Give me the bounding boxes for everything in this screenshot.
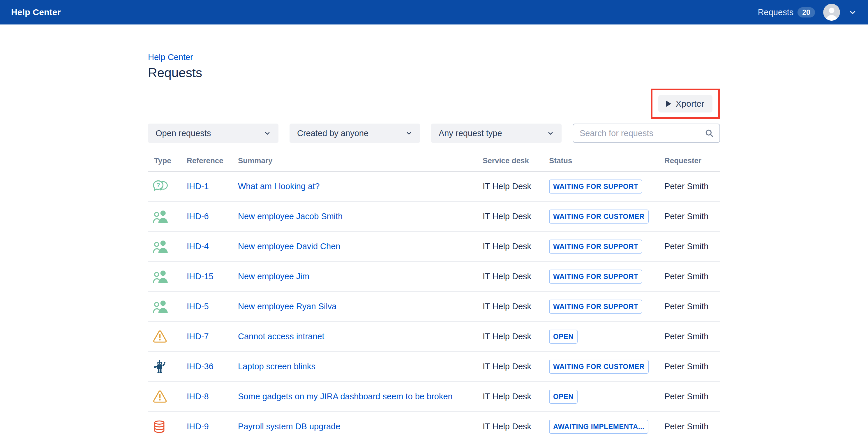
summary-link[interactable]: Cannot access intranet bbox=[238, 332, 324, 341]
summary-link[interactable]: New employee Ryan Silva bbox=[238, 302, 336, 311]
table-row: IHD-4 New employee David Chen IT Help De… bbox=[148, 232, 720, 262]
xporter-row: Xporter bbox=[148, 89, 720, 119]
topbar-right: Requests 20 bbox=[758, 4, 857, 21]
status-badge: WAITING FOR SUPPORT bbox=[549, 239, 642, 254]
new-employee-icon bbox=[153, 239, 168, 254]
user-avatar[interactable] bbox=[823, 4, 840, 21]
status-badge: AWAITING IMPLEMENTA... bbox=[549, 420, 648, 434]
red-annotation-box: Xporter bbox=[651, 89, 720, 119]
new-employee-icon bbox=[153, 209, 168, 224]
requester-cell: Peter Smith bbox=[664, 242, 720, 251]
request-type-filter-dropdown[interactable]: Any request type bbox=[431, 123, 562, 143]
col-header-requester: Requester bbox=[664, 156, 720, 165]
status-filter-label: Open requests bbox=[156, 128, 211, 138]
chevron-down-icon bbox=[264, 130, 271, 137]
service-desk-cell: IT Help Desk bbox=[483, 242, 549, 251]
service-desk-cell: IT Help Desk bbox=[483, 302, 549, 311]
chevron-down-icon bbox=[405, 130, 412, 137]
question-chat-icon: ? bbox=[153, 180, 168, 193]
filter-bar: Open requests Created by anyone Any requ… bbox=[148, 123, 720, 143]
chevron-down-icon[interactable] bbox=[848, 8, 857, 17]
xporter-label: Xporter bbox=[676, 99, 704, 109]
service-desk-cell: IT Help Desk bbox=[483, 362, 549, 371]
requests-table: Type Reference Summary Service desk Stat… bbox=[148, 156, 720, 436]
requester-cell: Peter Smith bbox=[664, 302, 720, 311]
service-desk-cell: IT Help Desk bbox=[483, 422, 549, 431]
new-employee-icon bbox=[153, 269, 168, 284]
creator-filter-label: Created by anyone bbox=[297, 128, 369, 138]
breadcrumb-help-center[interactable]: Help Center bbox=[148, 53, 193, 62]
reference-link[interactable]: IHD-4 bbox=[187, 242, 209, 251]
summary-link[interactable]: Laptop screen blinks bbox=[238, 362, 315, 371]
summary-link[interactable]: New employee David Chen bbox=[238, 242, 340, 251]
page-title: Requests bbox=[148, 65, 720, 80]
status-badge: WAITING FOR SUPPORT bbox=[549, 269, 642, 284]
table-row: IHD-6 New employee Jacob Smith IT Help D… bbox=[148, 202, 720, 232]
reference-link[interactable]: IHD-7 bbox=[187, 332, 209, 341]
warning-icon bbox=[153, 390, 167, 403]
status-badge: WAITING FOR SUPPORT bbox=[549, 300, 642, 314]
requester-cell: Peter Smith bbox=[664, 422, 720, 431]
request-type-filter-label: Any request type bbox=[439, 128, 502, 138]
requester-cell: Peter Smith bbox=[664, 362, 720, 371]
search-input[interactable] bbox=[579, 128, 704, 139]
reference-link[interactable]: IHD-36 bbox=[187, 362, 214, 371]
status-badge: OPEN bbox=[549, 330, 578, 344]
col-header-type: Type bbox=[148, 156, 187, 165]
col-header-reference: Reference bbox=[187, 156, 238, 165]
table-row: ? IHD-1 What am I looking at? IT Help De… bbox=[148, 172, 720, 202]
table-row: IHD-8 Some gadgets on my JIRA dashboard … bbox=[148, 382, 720, 412]
requester-cell: Peter Smith bbox=[664, 392, 720, 401]
requests-count-badge: 20 bbox=[798, 7, 815, 18]
service-desk-cell: IT Help Desk bbox=[483, 181, 549, 191]
search-icon[interactable] bbox=[704, 128, 714, 138]
status-badge: WAITING FOR CUSTOMER bbox=[549, 360, 649, 374]
reference-link[interactable]: IHD-1 bbox=[187, 181, 209, 191]
service-desk-cell: IT Help Desk bbox=[483, 272, 549, 281]
search-box bbox=[572, 123, 720, 143]
service-desk-cell: IT Help Desk bbox=[483, 211, 549, 221]
reference-link[interactable]: IHD-5 bbox=[187, 302, 209, 311]
col-header-status: Status bbox=[549, 156, 664, 165]
reference-link[interactable]: IHD-8 bbox=[187, 392, 209, 401]
requester-cell: Peter Smith bbox=[664, 332, 720, 341]
summary-link[interactable]: What am I looking at? bbox=[238, 181, 319, 191]
table-body: ? IHD-1 What am I looking at? IT Help De… bbox=[148, 172, 720, 436]
table-row: IHD-7 Cannot access intranet IT Help Des… bbox=[148, 322, 720, 352]
reference-link[interactable]: IHD-9 bbox=[187, 422, 209, 431]
table-row: IHD-15 New employee Jim IT Help Desk WAI… bbox=[148, 262, 720, 292]
app-title[interactable]: Help Center bbox=[11, 7, 61, 17]
status-badge: WAITING FOR CUSTOMER bbox=[549, 209, 649, 224]
col-header-service-desk: Service desk bbox=[483, 156, 549, 165]
table-row: IHD-36 Laptop screen blinks IT Help Desk… bbox=[148, 352, 720, 382]
nav-requests[interactable]: Requests 20 bbox=[758, 7, 815, 18]
requester-cell: Peter Smith bbox=[664, 211, 720, 221]
new-employee-icon bbox=[153, 299, 168, 314]
summary-link[interactable]: Some gadgets on my JIRA dashboard seem t… bbox=[238, 392, 453, 401]
table-row: IHD-9 Payroll system DB upgrade IT Help … bbox=[148, 412, 720, 436]
reference-link[interactable]: IHD-6 bbox=[187, 211, 209, 221]
service-desk-cell: IT Help Desk bbox=[483, 392, 549, 401]
xporter-button[interactable]: Xporter bbox=[658, 95, 712, 113]
status-filter-dropdown[interactable]: Open requests bbox=[148, 123, 278, 143]
creator-filter-dropdown[interactable]: Created by anyone bbox=[289, 123, 420, 143]
service-desk-cell: IT Help Desk bbox=[483, 332, 549, 341]
robot-icon bbox=[153, 360, 166, 374]
requester-cell: Peter Smith bbox=[664, 181, 720, 191]
chevron-down-icon bbox=[547, 130, 554, 137]
summary-link[interactable]: New employee Jim bbox=[238, 272, 309, 281]
table-row: IHD-5 New employee Ryan Silva IT Help De… bbox=[148, 292, 720, 322]
col-header-summary: Summary bbox=[238, 156, 483, 165]
warning-icon bbox=[153, 330, 167, 343]
main-content: Help Center Requests Xporter Open reques… bbox=[148, 25, 720, 436]
play-icon bbox=[665, 100, 672, 108]
topbar: Help Center Requests 20 bbox=[0, 0, 868, 25]
database-icon bbox=[153, 420, 166, 434]
reference-link[interactable]: IHD-15 bbox=[187, 272, 214, 281]
summary-link[interactable]: Payroll system DB upgrade bbox=[238, 422, 340, 431]
table-header: Type Reference Summary Service desk Stat… bbox=[148, 156, 720, 172]
summary-link[interactable]: New employee Jacob Smith bbox=[238, 211, 343, 221]
status-badge: OPEN bbox=[549, 390, 578, 404]
nav-requests-label: Requests bbox=[758, 7, 794, 17]
status-badge: WAITING FOR SUPPORT bbox=[549, 179, 642, 194]
